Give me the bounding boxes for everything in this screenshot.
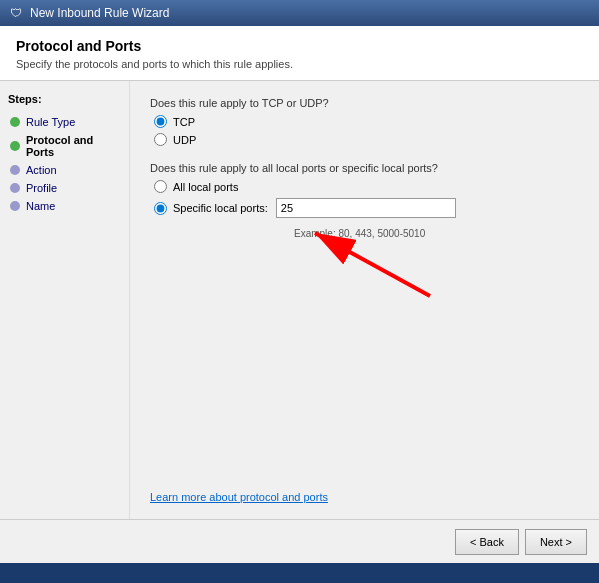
learn-more-link[interactable]: Learn more about protocol and ports (150, 491, 579, 503)
footer: < Back Next > (0, 519, 599, 563)
sidebar-item-protocol-ports[interactable]: Protocol and Ports (8, 131, 121, 161)
main-content: Does this rule apply to TCP or UDP? TCP … (130, 81, 599, 519)
title-bar-text: New Inbound Rule Wizard (30, 6, 169, 20)
steps-label: Steps: (8, 93, 121, 105)
sidebar-item-name[interactable]: Name (8, 197, 121, 215)
step-label-protocol-ports: Protocol and Ports (26, 134, 119, 158)
step-label-action: Action (26, 164, 57, 176)
wizard-icon: 🛡 (8, 5, 24, 21)
tcp-radio-label[interactable]: TCP (154, 115, 579, 128)
header-section: Protocol and Ports Specify the protocols… (0, 26, 599, 81)
sidebar-item-profile[interactable]: Profile (8, 179, 121, 197)
bottom-bar (0, 563, 599, 583)
udp-label: UDP (173, 134, 196, 146)
arrow-annotation (150, 241, 579, 361)
step-label-name: Name (26, 200, 55, 212)
back-button[interactable]: < Back (455, 529, 519, 555)
svg-line-1 (315, 233, 430, 296)
page-subtitle: Specify the protocols and ports to which… (16, 58, 583, 70)
specific-ports-radio[interactable] (154, 202, 167, 215)
tcp-radio[interactable] (154, 115, 167, 128)
all-ports-radio-label[interactable]: All local ports (154, 180, 579, 193)
tcp-label: TCP (173, 116, 195, 128)
step-dot-protocol-ports (10, 141, 20, 151)
tcp-udp-section: Does this rule apply to TCP or UDP? TCP … (150, 97, 579, 146)
ports-question: Does this rule apply to all local ports … (150, 162, 579, 174)
all-ports-radio[interactable] (154, 180, 167, 193)
step-dot-name (10, 201, 20, 211)
content-area: Steps: Rule Type Protocol and Ports Acti… (0, 81, 599, 519)
next-button[interactable]: Next > (525, 529, 587, 555)
title-bar: 🛡 New Inbound Rule Wizard (0, 0, 599, 26)
sidebar-item-rule-type[interactable]: Rule Type (8, 113, 121, 131)
step-label-rule-type: Rule Type (26, 116, 75, 128)
tcp-udp-radio-group: TCP UDP (154, 115, 579, 146)
sidebar: Steps: Rule Type Protocol and Ports Acti… (0, 81, 130, 519)
udp-radio-label[interactable]: UDP (154, 133, 579, 146)
all-ports-label: All local ports (173, 181, 238, 193)
step-dot-rule-type (10, 117, 20, 127)
page-title: Protocol and Ports (16, 38, 583, 54)
udp-radio[interactable] (154, 133, 167, 146)
tcp-udp-question: Does this rule apply to TCP or UDP? (150, 97, 579, 109)
step-dot-profile (10, 183, 20, 193)
sidebar-item-action[interactable]: Action (8, 161, 121, 179)
step-dot-action (10, 165, 20, 175)
step-label-profile: Profile (26, 182, 57, 194)
red-arrow-svg (210, 201, 490, 311)
dialog-body: Protocol and Ports Specify the protocols… (0, 26, 599, 583)
